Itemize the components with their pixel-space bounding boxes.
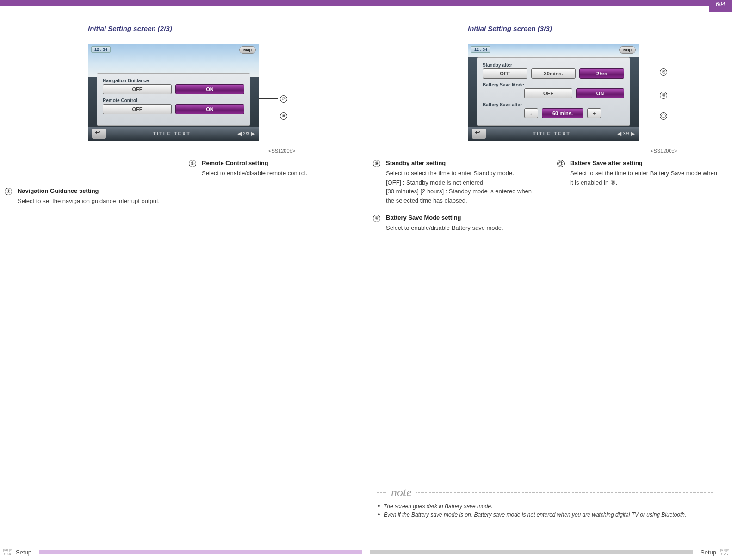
desc-item-10: ⑩ Battery Save Mode setting Select to en…	[373, 214, 536, 233]
desc-title: Battery Save Mode setting	[386, 214, 503, 221]
next-icon[interactable]: ▶	[631, 130, 635, 137]
clock: 12 : 34	[471, 46, 490, 53]
nav-on-button[interactable]: ON	[175, 84, 244, 94]
remote-on-button[interactable]: ON	[175, 104, 244, 114]
back-arrow-icon[interactable]	[472, 129, 486, 139]
standby-30-button[interactable]: 30mins.	[531, 68, 576, 79]
screenshot-right: 12 : 34 Map Standby after OFF 30mins. 2h…	[468, 44, 639, 141]
ss-label-right: <SS1200c>	[651, 148, 677, 154]
ss-label-left: <SS1200b>	[268, 148, 295, 154]
section-title-right: Initial Setting screen (3/3)	[468, 25, 718, 32]
left-page: Initial Setting screen (2/3) 12 : 34 Map…	[0, 25, 366, 141]
desc-num: ⑩	[373, 215, 380, 222]
note-item: The screen goes dark in Battery save mod…	[384, 503, 713, 510]
batt-after-value[interactable]: 60 mins.	[542, 108, 583, 118]
clock: 12 : 34	[91, 46, 111, 53]
footer-stripe	[370, 550, 693, 554]
footer-stripe	[39, 550, 362, 554]
desc-text: Select to enable/disable Battery save mo…	[386, 223, 503, 233]
page-footer: page 274 Setup Setup page 275	[0, 548, 732, 556]
nav-off-button[interactable]: OFF	[103, 84, 172, 94]
leader-line-10	[639, 95, 658, 95]
note-item: Even if the Battery save mode is on, Bat…	[384, 511, 713, 518]
desc-num: ⑦	[5, 188, 12, 195]
desc-num: ⑧	[189, 160, 196, 167]
desc-num: ⑨	[373, 160, 380, 167]
desc-title: Remote Control setting	[202, 160, 307, 166]
note-block: note The screen goes dark in Battery sav…	[377, 486, 713, 520]
desc-text: Select to enable/disable remote control.	[202, 169, 307, 178]
screenshot-left: 12 : 34 Map Navigation Guidance OFF ON R…	[88, 44, 259, 141]
desc-text: Select to select the time to enter Stand…	[386, 169, 536, 205]
batt-off-button[interactable]: OFF	[524, 88, 572, 98]
leader-line-7	[259, 98, 278, 99]
page-indicator: 3/3	[623, 131, 629, 136]
minus-button[interactable]: -	[524, 108, 538, 118]
leader-line-8	[259, 116, 278, 116]
descriptions: ⑦ Navigation Guidance setting Select to …	[0, 160, 732, 242]
row-label-nav: Navigation Guidance	[103, 78, 244, 83]
category-left: Setup	[16, 549, 31, 556]
desc-item-11: ⑪ Battery Save after setting Select to s…	[557, 160, 720, 187]
desc-item-8: ⑧ Remote Control setting Select to enabl…	[189, 160, 352, 178]
screenshot-right-wrap: 12 : 34 Map Standby after OFF 30mins. 2h…	[468, 44, 718, 141]
callout-7: ⑦	[280, 95, 287, 103]
desc-title: Standby after setting	[386, 160, 536, 166]
pager[interactable]: ◀ 2/3 ▶	[237, 130, 255, 137]
desc-num: ⑪	[557, 160, 565, 167]
remote-off-button[interactable]: OFF	[103, 104, 172, 114]
callout-10: ⑩	[660, 91, 667, 99]
right-page: Initial Setting screen (3/3) 12 : 34 Map…	[366, 25, 732, 141]
leader-line-9	[639, 72, 658, 72]
page-num-left: page 274	[3, 548, 12, 556]
row-label-remote: Remote Control	[103, 98, 244, 103]
footer-title: TITLE TEXT	[153, 131, 191, 136]
map-button[interactable]: Map	[619, 46, 636, 54]
page-num-right: page 275	[720, 548, 729, 556]
pager[interactable]: ◀ 3/3 ▶	[617, 130, 635, 137]
footer-title: TITLE TEXT	[533, 131, 571, 136]
back-arrow-icon[interactable]	[92, 129, 106, 139]
callout-8: ⑧	[280, 112, 287, 120]
desc-text: Select to set the navigation guidance in…	[18, 197, 160, 206]
row-label-batt-mode: Battery Save Mode	[483, 82, 624, 87]
page-indicator: 2/3	[243, 131, 249, 136]
desc-item-9: ⑨ Standby after setting Select to select…	[373, 160, 536, 205]
section-title-left: Initial Setting screen (2/3)	[88, 25, 352, 32]
top-bar	[0, 0, 732, 6]
standby-off-button[interactable]: OFF	[483, 68, 527, 79]
note-label: note	[391, 486, 412, 499]
category-right: Setup	[701, 549, 716, 556]
batt-on-button[interactable]: ON	[576, 88, 624, 98]
screenshot-left-wrap: 12 : 34 Map Navigation Guidance OFF ON R…	[88, 44, 352, 141]
prev-icon[interactable]: ◀	[237, 130, 242, 137]
standby-2hrs-button[interactable]: 2hrs	[579, 68, 624, 79]
callout-11: ⑪	[660, 112, 667, 120]
plus-button[interactable]: +	[587, 108, 601, 118]
map-button[interactable]: Map	[239, 46, 256, 54]
desc-item-7: ⑦ Navigation Guidance setting Select to …	[5, 187, 168, 206]
callout-9: ⑨	[660, 68, 667, 76]
prev-icon[interactable]: ◀	[617, 130, 621, 137]
row-label-standby: Standby after	[483, 62, 624, 68]
leader-line-11	[639, 116, 658, 116]
desc-text: Select to set the time to enter Battery …	[570, 169, 720, 187]
desc-title: Battery Save after setting	[570, 160, 720, 166]
next-icon[interactable]: ▶	[251, 130, 255, 137]
desc-title: Navigation Guidance setting	[18, 187, 160, 194]
row-label-batt-after: Battery Save after	[483, 102, 624, 107]
